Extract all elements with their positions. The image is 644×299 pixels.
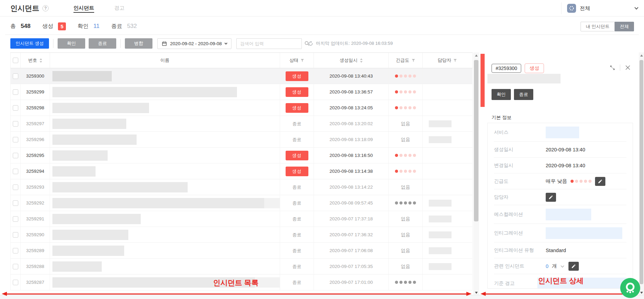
urgency-dot [408, 106, 412, 109]
row-checkbox[interactable] [13, 73, 18, 79]
col-header-status[interactable]: 상태 [280, 53, 314, 68]
workspace-selector[interactable]: 전체 [561, 0, 644, 17]
row-checkbox[interactable] [13, 169, 18, 174]
field-value [546, 127, 579, 138]
scroll-up-arrow[interactable] [473, 53, 479, 58]
create-incident-button[interactable]: 인시던트 생성 [10, 38, 49, 49]
scroll-up-arrow[interactable] [639, 53, 644, 58]
panel-badges: #3259300 생성 [492, 63, 544, 73]
tab-incident[interactable]: 인시던트 [73, 5, 94, 11]
col-header-created[interactable]: 생성일시 [314, 53, 389, 68]
status-cell: 생성 [280, 68, 314, 84]
status-cell: 종료 [280, 179, 314, 195]
table-row[interactable]: 3259289종료2020-09-07 17:06:08없음 [10, 243, 473, 259]
col-header-urgency[interactable]: 긴급도 [389, 53, 423, 68]
field-value: 2020-09-08 13:40 [546, 163, 585, 168]
select-all-checkbox[interactable] [13, 58, 18, 63]
panel-actions: 확인 종료 [492, 89, 533, 100]
tab-alert[interactable]: 경고 [114, 5, 125, 11]
edit-assignee-button[interactable] [546, 193, 556, 202]
table-row[interactable]: 3259300생성2020-09-08 13:40:43 [10, 68, 473, 84]
field-text-value: Standard [546, 248, 566, 253]
urgency-dot [399, 170, 403, 173]
incident-name-cell [50, 84, 280, 100]
related-count[interactable]: 0 [546, 263, 548, 269]
edit-related-button[interactable] [568, 262, 579, 271]
redacted-value [546, 227, 622, 239]
chevron-down-icon[interactable] [634, 6, 638, 9]
urgency-cell: 없음 [389, 211, 423, 227]
merge-button[interactable]: 병합 [125, 38, 152, 49]
close-icon[interactable] [624, 64, 631, 71]
table-header: 번호 이름 상태 생성일시 긴급도 담당자 [10, 53, 473, 68]
field-value [546, 209, 591, 220]
row-checkbox[interactable] [13, 185, 18, 190]
table-row[interactable]: 3259293종료2020-09-08 13:14:22없음 [10, 179, 473, 195]
table-row[interactable]: 3259296종료2020-09-08 13:18:09없음 [10, 132, 473, 148]
created-datetime: 2020-09-07 17:37:18 [314, 211, 389, 227]
panel-ack-button[interactable]: 확인 [492, 89, 511, 100]
incident-name-cell [50, 227, 280, 242]
row-checkbox[interactable] [13, 200, 18, 206]
row-checkbox[interactable] [13, 105, 18, 111]
chevron-down-icon[interactable] [561, 264, 564, 267]
col-header-assignee[interactable]: 담당자 [423, 53, 473, 68]
status-text: 종료 [293, 263, 301, 270]
row-checkbox[interactable] [13, 89, 18, 95]
expand-icon[interactable] [609, 64, 616, 71]
row-checkbox[interactable] [13, 280, 18, 285]
urgency-dot [413, 90, 416, 93]
table-row[interactable]: 3259290종료2020-09-07 17:36:32없음 [10, 227, 473, 243]
status-badge: 생성 [286, 151, 308, 160]
table-row[interactable]: 3259288종료2020-09-07 17:05:35없음 [10, 259, 473, 275]
field-label: 변경일시 [494, 162, 546, 169]
incident-name-redacted [52, 246, 124, 256]
help-icon[interactable]: ? [42, 5, 49, 11]
created-datetime: 2020-09-08 13:16:50 [314, 148, 389, 163]
table-row[interactable]: 3259299생성2020-09-08 13:36:57 [10, 84, 473, 100]
table-row[interactable]: 3259298생성2020-09-08 13:24:05 [10, 100, 473, 116]
incident-number: 3259291 [21, 211, 50, 227]
urgency-dots [395, 106, 416, 109]
search-input[interactable] [237, 41, 304, 46]
row-checkbox[interactable] [13, 137, 18, 142]
row-checkbox[interactable] [13, 264, 18, 269]
panel-close-button[interactable]: 종료 [514, 89, 533, 100]
assignee-redacted [429, 136, 452, 143]
topbar-divider [561, 2, 562, 14]
row-checkbox[interactable] [13, 121, 18, 127]
scrollbar-thumb[interactable] [640, 60, 643, 284]
scroll-down-arrow[interactable] [473, 290, 479, 295]
status-text: 종료 [293, 200, 301, 206]
all-incidents-button[interactable]: 전체 [615, 22, 634, 31]
row-checkbox[interactable] [13, 153, 18, 158]
refresh-icon[interactable] [308, 41, 313, 46]
section-title: 기본 정보 [492, 114, 512, 121]
ack-button[interactable]: 확인 [58, 38, 85, 49]
table-row[interactable]: 3259291종료2020-09-07 17:37:18없음 [10, 211, 473, 227]
annotation-incident-list: 인시던트 목록 [213, 278, 259, 288]
status-cell: 종료 [280, 132, 314, 147]
row-checkbox[interactable] [13, 248, 18, 253]
table-row[interactable]: 3259297종료2020-09-08 13:20:02없음 [10, 116, 473, 132]
assignee-cell [423, 243, 473, 258]
col-header-name[interactable]: 이름 [50, 53, 280, 68]
row-checkbox[interactable] [13, 216, 18, 222]
close-button[interactable]: 종료 [89, 38, 116, 49]
scrollbar-thumb[interactable] [474, 60, 478, 221]
col-header-number[interactable]: 번호 [21, 53, 50, 68]
incident-number: 3259297 [21, 116, 50, 131]
incident-name-redacted [52, 134, 137, 145]
chat-launcher-button[interactable] [620, 278, 640, 298]
edit-urgency-button[interactable] [595, 177, 605, 186]
detail-card: 서비스생성일시2020-09-08 13:40변경일시2020-09-08 13… [487, 123, 633, 289]
incident-name-cell [50, 195, 280, 211]
row-checkbox[interactable] [13, 232, 18, 238]
urgency-cell [389, 148, 423, 163]
table-row[interactable]: 3259294생성2020-09-08 13:14:38 [10, 163, 473, 179]
status-text: 종료 [293, 232, 301, 238]
my-incidents-button[interactable]: 내 인시던트 [581, 22, 615, 31]
table-row[interactable]: 3259295생성2020-09-08 13:16:50 [10, 148, 473, 163]
table-row[interactable]: 3259292종료2020-09-08 09:57:45 [10, 195, 473, 211]
date-range-picker[interactable]: 2020-09-02 - 2020-09-08 [157, 38, 231, 49]
